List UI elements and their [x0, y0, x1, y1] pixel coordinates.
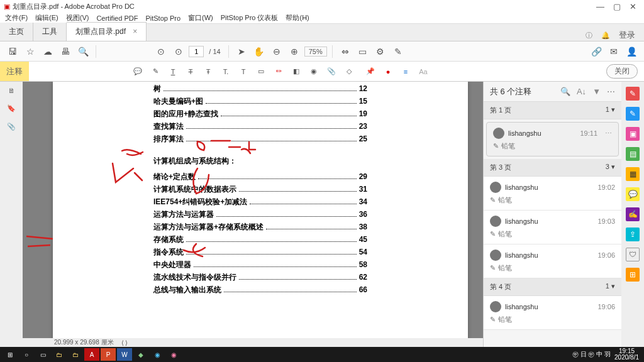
search-icon[interactable]: 🔍	[75, 44, 91, 59]
print-icon[interactable]: 🖶	[58, 44, 73, 59]
tab-tools[interactable]: 工具	[33, 23, 67, 41]
strike-icon[interactable]: T	[184, 68, 197, 75]
page-input[interactable]	[189, 46, 204, 57]
page-group[interactable]: 第 1 页1 ▾	[484, 102, 621, 119]
comment-item[interactable]: lishangshu19:06✎铅笔	[484, 244, 621, 278]
tool-send-icon[interactable]: ⇪	[626, 228, 640, 241]
pin-icon[interactable]: 📌	[364, 67, 377, 75]
attach-icon[interactable]: 📎	[325, 67, 338, 75]
note-icon[interactable]: 💬	[131, 67, 145, 75]
close-button[interactable]: ✕	[630, 2, 636, 11]
star-icon[interactable]: ☆	[23, 44, 38, 59]
menu-edit[interactable]: 编辑(E)	[35, 13, 58, 23]
tool-edit-icon[interactable]: ✎	[626, 107, 640, 121]
panel-more-icon[interactable]: ⋯	[607, 87, 615, 96]
panel-search-icon[interactable]: 🔍	[560, 87, 570, 96]
sign-icon[interactable]: ✎	[391, 44, 406, 59]
fitpage-icon[interactable]: ▭	[355, 44, 370, 59]
tool-enhance-icon[interactable]: ▦	[626, 167, 640, 181]
aa-icon[interactable]: Aa	[416, 68, 430, 75]
window-title: 划重点目录.pdf - Adobe Acrobat Pro DC	[13, 2, 135, 11]
comment-item[interactable]: lishangshu19:02✎铅笔	[484, 177, 621, 211]
tray-icons[interactable]: ㊥ 日 ㊥ 中 羽	[572, 350, 611, 359]
shapes-icon[interactable]: ◇	[342, 67, 356, 75]
zoomout-icon[interactable]: ⊖	[269, 44, 284, 59]
comment-item[interactable]: lishangshu19:03✎铅笔	[484, 211, 621, 244]
zoomin-icon[interactable]: ⊕	[287, 44, 302, 59]
cloud-icon[interactable]: ☁	[40, 44, 55, 59]
task-app3[interactable]: ◉	[166, 348, 181, 361]
comment-item[interactable]: lishangshu19:11⋯✎铅笔	[486, 122, 619, 156]
tool-create-icon[interactable]: ✎	[626, 87, 640, 101]
textcom-icon[interactable]: ▭	[254, 67, 268, 75]
page-down-icon[interactable]: ⊙	[171, 44, 186, 59]
panel-sort-icon[interactable]: A↓	[577, 87, 586, 96]
task-view[interactable]: ▭	[35, 348, 50, 361]
pencil-icon[interactable]: ✏	[272, 67, 286, 75]
attachments-icon[interactable]: 📎	[7, 123, 16, 131]
menu-view[interactable]: 视图(V)	[66, 13, 89, 23]
tool-protect-icon[interactable]: 🛡	[626, 248, 640, 261]
menu-window[interactable]: 窗口(W)	[188, 13, 213, 23]
page-dimensions: 20.999 x 29.698 厘米	[54, 338, 114, 347]
tool-export-icon[interactable]: ▣	[626, 127, 640, 141]
lines-icon[interactable]: ≡	[399, 68, 413, 75]
close-comments-button[interactable]: 关闭	[606, 64, 638, 79]
toc-page: 58	[359, 260, 367, 269]
menu-pitstop[interactable]: PitStop Pro	[145, 14, 180, 22]
menu-file[interactable]: 文件(F)	[5, 13, 28, 23]
tool-sign-icon[interactable]: ✍	[626, 207, 640, 221]
tool-organize-icon[interactable]: ▤	[626, 147, 640, 161]
user-icon[interactable]: 👤	[624, 44, 639, 59]
color-icon[interactable]: ●	[381, 68, 395, 75]
maximize-button[interactable]: ▢	[613, 2, 621, 11]
clock-date[interactable]: 2020/8/1	[614, 354, 639, 361]
bookmarks-icon[interactable]: 🔖	[7, 104, 16, 112]
task-app2[interactable]: ◉	[150, 348, 165, 361]
menu-pitstop2[interactable]: PitStop Pro 仪表板	[221, 13, 279, 23]
document-area[interactable]: 树12哈夫曼编码+图15图的应用+静态查找19查找算法23排序算法25 计算机组…	[23, 82, 483, 347]
pointer-icon[interactable]: ➤	[234, 44, 249, 59]
stamp-icon[interactable]: ◉	[307, 67, 321, 75]
comment-more-icon[interactable]: ⋯	[605, 129, 612, 138]
comment-tool-icon[interactable]: ⚙	[373, 44, 388, 59]
login-link[interactable]: 登录	[619, 30, 635, 41]
task-acrobat[interactable]: A	[84, 348, 99, 361]
task-search[interactable]: ○	[19, 348, 34, 361]
start-button[interactable]: ⊞	[3, 348, 18, 361]
fitwidth-icon[interactable]: ⇔	[338, 44, 353, 59]
comment-item[interactable]: lishangshu19:06✎铅笔	[484, 296, 621, 330]
panel-filter-icon[interactable]: ▼	[592, 87, 601, 96]
tab-close-icon[interactable]: ×	[133, 27, 137, 36]
share-icon[interactable]: ✉	[606, 44, 621, 59]
link-icon[interactable]: 🔗	[589, 44, 604, 59]
underline-icon[interactable]: T	[166, 68, 180, 75]
save-icon[interactable]: 🖫	[5, 44, 20, 59]
eraser-icon[interactable]: ◧	[289, 67, 303, 75]
menu-help[interactable]: 帮助(H)	[286, 13, 309, 23]
textbox-icon[interactable]: T	[236, 68, 250, 75]
hand-icon[interactable]: ✋	[252, 44, 267, 59]
task-app1[interactable]: ◆	[133, 348, 148, 361]
menu-cert[interactable]: Certified PDF	[96, 14, 138, 22]
tool-more-icon[interactable]: ⊞	[626, 268, 640, 282]
page-group[interactable]: 第 3 页3 ▾	[484, 159, 621, 177]
bell-icon[interactable]: 🔔	[601, 31, 610, 40]
help-icon[interactable]: ⓘ	[586, 31, 592, 40]
task-word[interactable]: W	[117, 348, 132, 361]
task-explorer[interactable]: 🗀	[52, 348, 67, 361]
page-group[interactable]: 第 4 页1 ▾	[484, 278, 621, 296]
tab-home[interactable]: 主页	[0, 23, 33, 41]
replace-icon[interactable]: Ŧ	[201, 68, 215, 75]
task-explorer2[interactable]: 🗀	[68, 348, 83, 361]
tab-document[interactable]: 划重点目录.pdf ×	[67, 22, 147, 41]
insert-icon[interactable]: T.	[219, 68, 233, 75]
minimize-button[interactable]: —	[596, 2, 604, 11]
tool-comment-icon[interactable]: 💬	[626, 187, 640, 201]
thumbnails-icon[interactable]: 🗎	[8, 87, 15, 94]
pencil-icon: ✎	[490, 315, 496, 324]
page-up-icon[interactable]: ⊙	[153, 44, 169, 59]
zoom-level[interactable]: 75%	[304, 47, 327, 57]
highlight-icon[interactable]: ✎	[148, 67, 162, 75]
task-ppt[interactable]: P	[101, 348, 116, 361]
